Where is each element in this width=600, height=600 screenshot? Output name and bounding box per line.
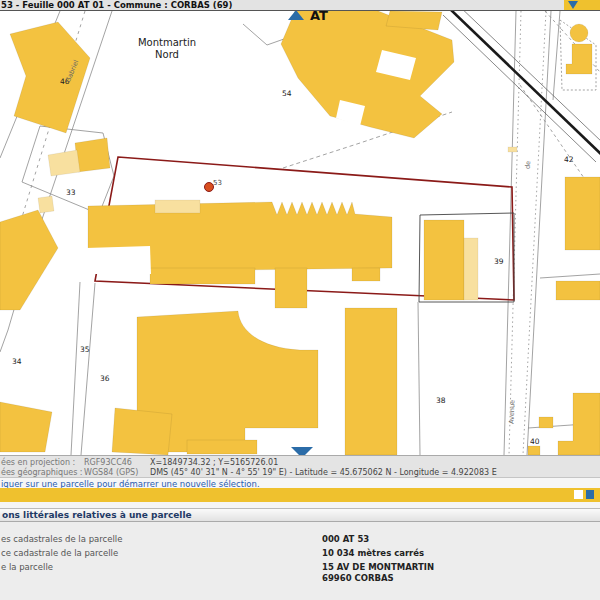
- map-title: 53 - Feuille 000 AT 01 - Commune : CORBA…: [1, 0, 232, 10]
- building: [275, 268, 307, 308]
- section-label-at: AT: [310, 11, 328, 23]
- parcel-number-35: 35: [80, 345, 90, 354]
- address-value-line1: 15 AV DE MONTMARTIN: [322, 562, 434, 572]
- place-label-montmartin: Montmartin: [138, 37, 196, 48]
- projection-values: X=1849734.32 ; Y=5165726.01: [150, 458, 278, 467]
- table-row: 69960 CORBAS: [0, 573, 600, 585]
- building: [112, 408, 172, 455]
- toolbar-blue-button[interactable]: [586, 490, 594, 499]
- building-light: [38, 196, 54, 213]
- building: [424, 220, 464, 300]
- street-label-avenue: Avenue: [508, 400, 517, 424]
- parcel-number-36: 36: [100, 374, 110, 383]
- cadastral-map[interactable]: 53 Montmartin Nord AT 54 46 33 34 35 36 …: [0, 11, 600, 455]
- marker-parcel-number: 53: [213, 179, 222, 187]
- parcel-info-panel: es cadastrales de la parcelle 000 AT 53 …: [0, 522, 600, 600]
- geographic-values: DMS (45° 40' 31" N - 4° 55' 19" E) - Lat…: [150, 468, 497, 477]
- building: [556, 281, 600, 300]
- building: [565, 177, 600, 250]
- hint-bar: iquer sur une parcelle pour démarrer une…: [0, 477, 600, 488]
- map-title-bar: 53 - Feuille 000 AT 01 - Commune : CORBA…: [0, 0, 600, 11]
- table-row: es cadastrales de la parcelle 000 AT 53: [0, 534, 600, 546]
- gold-toolbar: [0, 488, 600, 502]
- chevron-down-icon[interactable]: [568, 1, 578, 9]
- coordinates-panel: ées en projection : RGF93CC46 X=1849734.…: [0, 455, 600, 477]
- cadastral-ref-value: 000 AT 53: [322, 534, 369, 544]
- parcel-number-39: 39: [494, 257, 504, 266]
- parcel-number-42: 42: [564, 155, 574, 164]
- building-light: [508, 147, 517, 152]
- building: [75, 138, 110, 172]
- parcel-number-54: 54: [282, 89, 292, 98]
- info-section-title: ons littérales relatives à une parcelle: [2, 510, 192, 520]
- building: [352, 268, 380, 281]
- geographic-system: WGS84 (GPS): [84, 468, 138, 477]
- address-value-line2: 69960 CORBAS: [322, 573, 394, 583]
- building-light: [155, 200, 200, 213]
- building: [528, 446, 540, 455]
- building: [539, 417, 553, 428]
- title-bar-accent: [564, 0, 600, 10]
- info-section-header: ons littérales relatives à une parcelle: [0, 508, 600, 522]
- place-label-nord: Nord: [155, 49, 179, 60]
- map-canvas[interactable]: 53 Montmartin Nord AT 54 46 33 34 35 36 …: [0, 11, 600, 455]
- projection-label: ées en projection :: [1, 458, 75, 467]
- projection-system: RGF93CC46: [84, 458, 132, 467]
- building: [187, 440, 257, 454]
- area-label: ce cadastrale de la parcelle: [1, 548, 118, 558]
- building-round-tank: [570, 24, 588, 42]
- building-notch: [85, 246, 151, 274]
- street-label-de: de: [524, 161, 532, 169]
- parcel-number-34: 34: [12, 357, 22, 366]
- parcel-number-38: 38: [436, 396, 446, 405]
- area-value: 10 034 mètres carrés: [322, 548, 424, 558]
- parcel-number-33: 33: [66, 188, 76, 197]
- cadastre-app: { "title_bar": { "text": "53 - Feuille 0…: [0, 0, 600, 600]
- table-row: ce cadastrale de la parcelle 10 034 mètr…: [0, 548, 600, 560]
- address-label: e la parcelle: [1, 562, 53, 572]
- geographic-label: ées géographiques :: [1, 468, 83, 477]
- parcel-number-40: 40: [530, 437, 540, 446]
- building: [150, 268, 255, 284]
- building: [345, 308, 397, 455]
- toolbar-button[interactable]: [574, 490, 583, 499]
- cadastral-ref-label: es cadastrales de la parcelle: [1, 534, 122, 544]
- building-light: [464, 238, 478, 300]
